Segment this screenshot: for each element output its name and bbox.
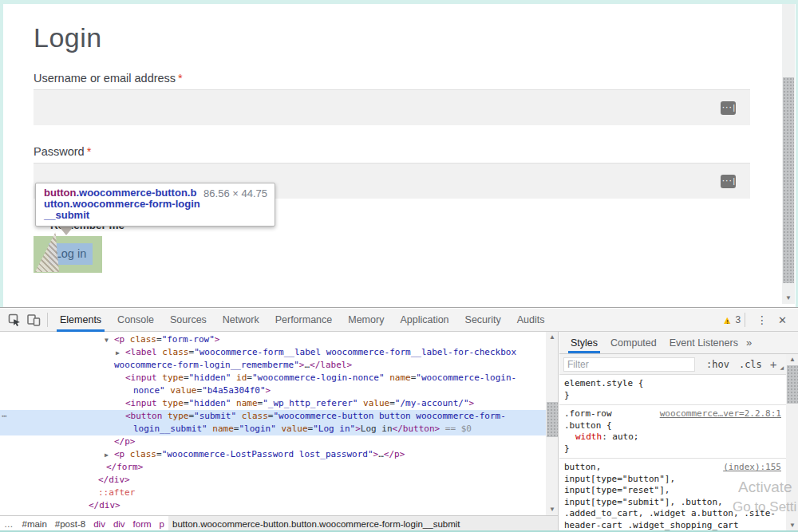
dom-tree-line[interactable]: </div> (0, 499, 546, 512)
more-tabs-icon[interactable]: » (746, 332, 752, 353)
page-scrollbar[interactable]: ▼ (782, 4, 795, 304)
tab-application[interactable]: Application (392, 309, 456, 332)
stylesheet-link[interactable]: (index):155 (723, 462, 781, 474)
dom-tree-line[interactable]: </div> (0, 474, 546, 487)
dom-tree-line[interactable]: ▶<label class="woocommerce-form__label w… (0, 346, 546, 359)
toggle-class-button[interactable]: .cls (739, 359, 762, 370)
dom-tree-line[interactable]: ⋯<button type="submit" class="woocommerc… (0, 410, 546, 423)
breadcrumb: …#main#post-8divdivformpbutton.woocommer… (0, 515, 558, 532)
new-style-rule-button[interactable]: + (770, 357, 777, 371)
toolbar-divider (745, 313, 745, 327)
page-scrollbar-thumb[interactable] (783, 77, 794, 283)
page-title: Login (34, 22, 102, 53)
username-label: Username or email address* (34, 72, 183, 85)
dom-tree-line[interactable]: </p> (0, 435, 546, 448)
dom-tree: ▼<p class="form-row">▶<label class="wooc… (0, 332, 546, 515)
new-rule-dropdown-icon[interactable]: ◢ (780, 365, 784, 370)
css-rule[interactable]: element.style {} (559, 375, 786, 405)
dom-tree-line[interactable]: login__submit" name="login" value="Log i… (0, 423, 546, 435)
css-selector-line: (index):155button, (564, 462, 781, 474)
dom-tree-line[interactable]: ::after (0, 487, 546, 499)
css-property[interactable]: width: auto; (564, 432, 781, 443)
styles-tab-styles[interactable]: Styles (564, 332, 604, 353)
breadcrumb-item[interactable]: #post-8 (51, 516, 89, 532)
css-rule[interactable]: (index):155button,input[type="button"],i… (559, 459, 786, 532)
css-selector-line: element.style { (564, 378, 781, 390)
tooltip-caret (59, 227, 73, 235)
tab-console[interactable]: Console (109, 309, 162, 332)
tab-memory[interactable]: Memory (340, 309, 392, 332)
devtools-tab-bar: ElementsConsoleSourcesNetworkPerformance… (52, 309, 552, 332)
tab-elements[interactable]: Elements (52, 309, 109, 332)
scroll-down-icon[interactable]: ▼ (546, 506, 559, 513)
scroll-up-icon[interactable]: ▲ (546, 333, 559, 341)
dom-tree-line[interactable]: </form> (0, 461, 546, 474)
expand-arrow-icon[interactable]: ▶ (105, 449, 109, 462)
elements-scrollbar-thumb[interactable] (547, 402, 558, 437)
styles-filter-bar: :hov .cls + ◢ (559, 354, 786, 375)
styles-scrollbar[interactable]: ▲ ▼ (786, 354, 798, 532)
required-asterisk: * (87, 145, 92, 158)
dom-tree-line[interactable]: <input type="hidden" name="_wp_http_refe… (0, 397, 546, 410)
breadcrumb-item[interactable]: div (109, 516, 129, 532)
stylesheet-link[interactable]: woocommerce…ver=2.2.8:1 (660, 408, 781, 420)
css-rules-list: element.style {}woocommerce…ver=2.2.8:1.… (559, 375, 786, 532)
required-asterisk: * (178, 72, 183, 85)
tab-audits[interactable]: Audits (509, 309, 553, 332)
warning-icon: ▲! (722, 314, 733, 325)
expand-arrow-icon[interactable]: ▶ (116, 347, 120, 360)
breadcrumb-item[interactable]: #main (18, 516, 51, 532)
scroll-up-icon[interactable]: ▲ (786, 356, 798, 363)
warnings-indicator[interactable]: ▲! 3 (722, 314, 741, 325)
scroll-down-icon[interactable]: ▼ (782, 294, 795, 301)
css-selector-line: input[type="reset"], (564, 485, 781, 497)
breadcrumb-item[interactable]: … (0, 516, 18, 532)
css-selector-line: input[type="button"], (564, 474, 781, 486)
devtools-panel: ElementsConsoleSourcesNetworkPerformance… (0, 307, 798, 532)
css-selector-line: input[type="submit"], .button, (564, 497, 781, 509)
login-page: Login Username or email address* ···| Pa… (0, 0, 798, 307)
css-selector-line: woocommerce…ver=2.2.8:1.form-row (564, 408, 781, 420)
elements-scrollbar[interactable]: ▲ ▼ (546, 332, 558, 515)
devtools-toolbar: ElementsConsoleSourcesNetworkPerformance… (0, 309, 798, 332)
elements-panel: ▼<p class="form-row">▶<label class="wooc… (0, 332, 559, 532)
toggle-hover-button[interactable]: :hov (706, 359, 729, 370)
breadcrumb-item[interactable]: form (129, 516, 156, 532)
styles-filter-input[interactable] (563, 357, 695, 372)
dom-tree-line[interactable]: ▼<p class="form-row"> (0, 333, 546, 346)
css-selector-line: .added_to_cart, .widget a.button, .site- (564, 508, 781, 520)
inspect-tooltip: 86.56 × 44.75 button.woocommerce-button.… (35, 183, 275, 227)
styles-tab-event-listeners[interactable]: Event Listeners (663, 332, 745, 353)
css-rule[interactable]: woocommerce…ver=2.2.8:1.form-row.button … (559, 405, 786, 459)
tab-network[interactable]: Network (215, 309, 267, 332)
collapse-arrow-icon[interactable]: ▼ (105, 334, 109, 347)
breadcrumb-item[interactable]: p (156, 516, 168, 532)
element-dimensions: 86.56 × 44.75 (203, 188, 267, 199)
warning-count: 3 (735, 314, 741, 325)
username-input[interactable]: ···| (34, 89, 750, 125)
scroll-down-icon[interactable]: ▼ (786, 522, 798, 529)
window-edge-top (0, 0, 798, 4)
devtools-menu-icon[interactable]: ⋮ (749, 313, 775, 326)
breadcrumb-item[interactable]: div (89, 516, 109, 532)
browser-screenshot: Login Username or email address* ···| Pa… (0, 0, 798, 532)
dom-tree-line[interactable]: ▶<p class="woocommerce-LostPassword lost… (0, 448, 546, 461)
styles-scrollbar-thumb[interactable] (787, 365, 798, 404)
text-cursor-icon: ···| (721, 101, 736, 115)
devtools-close-icon[interactable]: ✕ (775, 314, 793, 326)
inspect-element-icon[interactable] (5, 311, 24, 329)
password-label: Password* (34, 145, 91, 158)
tab-performance[interactable]: Performance (267, 309, 341, 332)
tab-security[interactable]: Security (457, 309, 509, 332)
tab-sources[interactable]: Sources (162, 309, 215, 332)
breadcrumb-item[interactable]: button.woocommerce-button.button.woocomm… (168, 516, 558, 532)
toolbar-divider (47, 313, 48, 327)
dom-tree-line[interactable]: woocommerce-form-login__rememberme">…</l… (0, 359, 546, 372)
styles-tab-computed[interactable]: Computed (604, 332, 663, 353)
styles-sidebar: StylesComputedEvent Listeners» :hov .cls… (559, 332, 798, 532)
dom-tree-line[interactable]: <input type="hidden" id="woocommerce-log… (0, 372, 546, 384)
css-selector-line: .button { (564, 420, 781, 432)
device-toolbar-icon[interactable] (24, 311, 43, 329)
window-edge-left (0, 0, 3, 307)
dom-tree-line[interactable]: nonce" value="b4a5a304f0"> (0, 384, 546, 397)
